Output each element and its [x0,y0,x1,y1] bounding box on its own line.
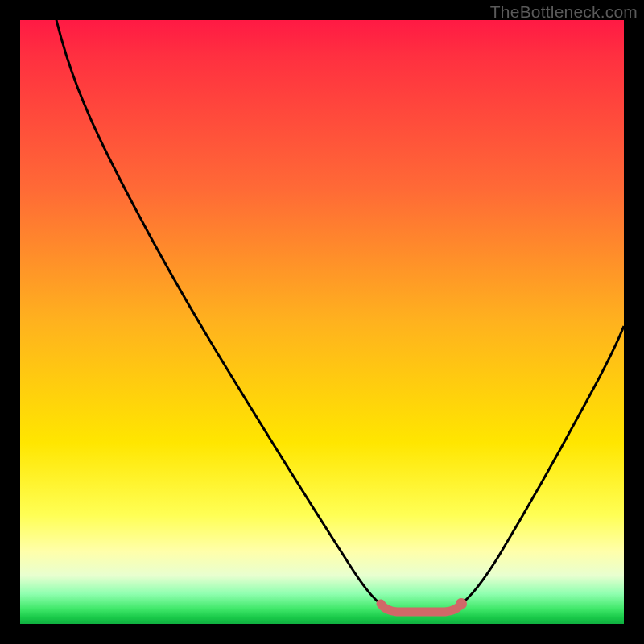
plot-area [20,20,624,624]
trough-end-dot [456,598,467,609]
trough-marker [381,604,461,612]
chart-frame: TheBottleneck.com [0,0,644,644]
watermark-text: TheBottleneck.com [490,2,638,22]
curve-layer [20,20,624,624]
bottleneck-curve [56,20,624,609]
